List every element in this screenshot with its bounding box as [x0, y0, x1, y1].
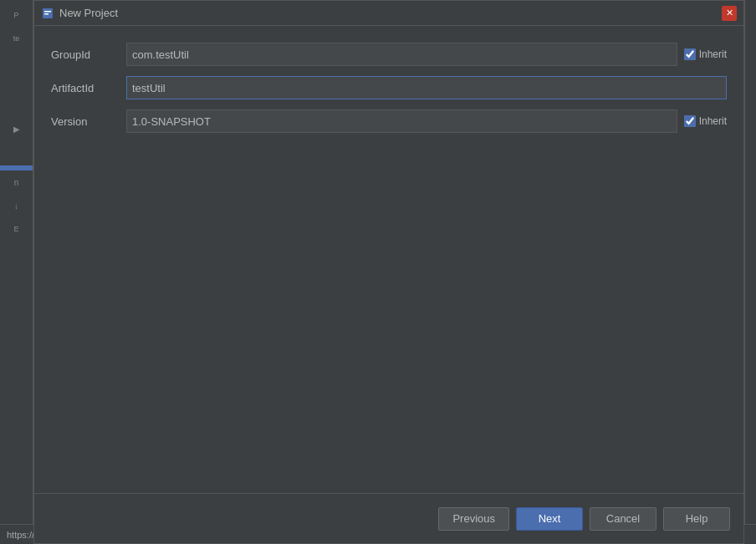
next-button[interactable]: Next	[516, 507, 583, 531]
close-button[interactable]: ✕	[722, 6, 737, 21]
ide-right-strip	[744, 0, 756, 544]
sidebar-item-bar: ↓	[0, 194, 33, 217]
version-label: Version	[51, 115, 126, 128]
artifact-id-input[interactable]	[126, 76, 727, 99]
version-row: Version Inherit	[51, 109, 727, 133]
close-icon: ✕	[726, 8, 733, 18]
cancel-label: Cancel	[606, 512, 640, 525]
previous-button[interactable]: Previous	[438, 507, 509, 531]
version-inherit-label: Inherit	[699, 115, 727, 127]
sidebar-item-arrow: ▶	[0, 117, 33, 140]
new-project-dialog: New Project ✕ GroupId Inherit ArtifactId	[33, 0, 744, 544]
group-id-inherit-checkbox[interactable]	[684, 48, 696, 60]
version-input-group	[126, 109, 677, 133]
sidebar-item-slash: n	[0, 170, 33, 194]
version-inherit-group: Inherit	[684, 115, 727, 127]
sidebar-item-bottom: E	[0, 217, 33, 241]
group-id-label: GroupId	[51, 48, 126, 61]
sidebar-item-1: P	[0, 3, 33, 27]
next-label: Next	[539, 512, 561, 525]
svg-rect-1	[44, 11, 51, 13]
ide-sidebar: P te ▶ n ↓ E	[0, 0, 33, 544]
artifact-id-label: ArtifactId	[51, 82, 126, 94]
svg-rect-2	[44, 13, 49, 15]
group-id-row: GroupId Inherit	[51, 43, 727, 66]
group-id-inherit-label: Inherit	[699, 48, 727, 60]
cancel-button[interactable]: Cancel	[590, 507, 656, 531]
group-id-input-group	[126, 43, 677, 66]
help-button[interactable]: Help	[663, 507, 730, 531]
version-inherit-checkbox[interactable]	[684, 115, 696, 127]
dialog-footer: Previous Next Cancel Help	[34, 493, 743, 543]
dialog-titlebar: New Project ✕	[34, 1, 743, 26]
help-label: Help	[686, 512, 708, 525]
previous-label: Previous	[452, 512, 495, 525]
dialog-content: GroupId Inherit ArtifactId Version	[34, 26, 743, 493]
version-input[interactable]	[126, 109, 677, 133]
group-id-input[interactable]	[126, 43, 677, 66]
artifact-id-input-group	[126, 76, 727, 99]
dialog-title-icon	[41, 7, 54, 20]
artifact-id-row: ArtifactId	[51, 76, 727, 99]
dialog-title-text: New Project	[59, 7, 722, 19]
sidebar-item-2: te	[0, 27, 33, 50]
group-id-inherit-group: Inherit	[684, 48, 727, 60]
